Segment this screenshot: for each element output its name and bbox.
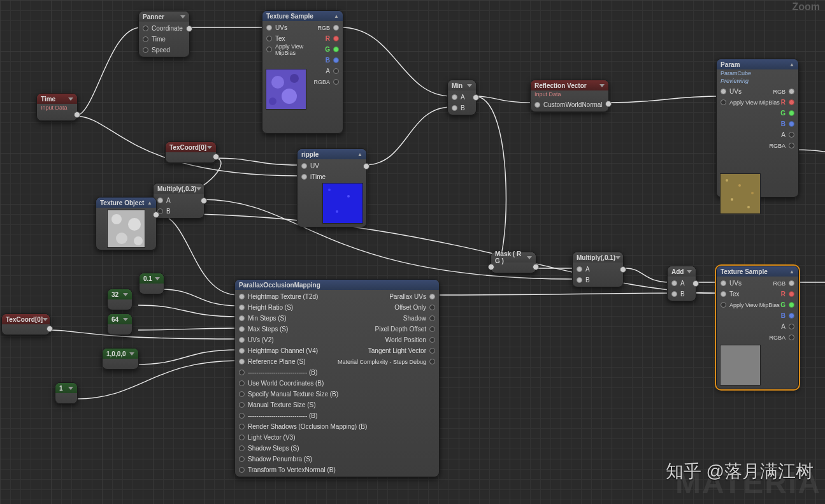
texsample2-title: Texture Sample: [721, 268, 768, 275]
pin-tex[interactable]: Tex: [275, 35, 285, 42]
pin-min-a[interactable]: A: [461, 94, 465, 101]
pom-i3[interactable]: Min Steps (S): [248, 315, 287, 322]
node-ripple[interactable]: ripple▲ UV iTime: [297, 148, 367, 227]
pom-i16[interactable]: Shadow Penumbra (S): [248, 456, 312, 463]
pin-b[interactable]: B: [326, 57, 330, 64]
pom-o7[interactable]: Material Complexity - Steps Debug: [338, 359, 426, 365]
pin-ts2-r[interactable]: R: [781, 291, 786, 298]
pin-coordinate[interactable]: Coordinate: [152, 25, 183, 32]
pin-min-b[interactable]: B: [461, 104, 465, 112]
pin-ts2-rgba[interactable]: RGBA: [769, 335, 786, 341]
node-const-32[interactable]: 32: [107, 289, 133, 310]
pom-i6[interactable]: Heightmap Channel (V4): [248, 347, 318, 354]
pin-g[interactable]: G: [325, 46, 330, 53]
node-texture-object[interactable]: Texture Object▲: [96, 197, 157, 250]
pin-ts2-g[interactable]: G: [780, 301, 786, 308]
node-time[interactable]: Time Input Data: [36, 93, 78, 121]
pom-i17[interactable]: Transform To VertexNormal (B): [248, 466, 336, 473]
svg-point-9: [134, 236, 143, 245]
pin-param-a[interactable]: A: [781, 131, 786, 138]
node-const-01[interactable]: 0.1: [139, 273, 164, 294]
pin-add-a[interactable]: A: [680, 280, 685, 287]
node-texcoord-1[interactable]: TexCoord[0]: [165, 141, 217, 163]
pin-ripple-itime[interactable]: iTime: [310, 173, 326, 180]
node-texture-sample-2[interactable]: Texture Sample▲ UVsRGB TexR Apply View M…: [716, 266, 799, 389]
node-multiply-01[interactable]: Multiply(,0.1) A B: [572, 252, 624, 287]
node-const-64[interactable]: 64: [107, 313, 133, 335]
pin-ts2-a[interactable]: A: [781, 323, 786, 330]
pom-i5[interactable]: UVs (V2): [248, 336, 274, 343]
svg-point-1: [271, 76, 284, 89]
pin-rgba[interactable]: RGBA: [313, 79, 330, 85]
pom-i14[interactable]: Light Vector (V3): [248, 434, 295, 441]
pin-uvs[interactable]: UVs: [275, 24, 287, 31]
pin-rgb[interactable]: RGB: [317, 25, 330, 31]
time-title: Time: [41, 96, 55, 103]
pom-i15[interactable]: Shadow Steps (S): [248, 445, 299, 452]
svg-point-17: [738, 184, 741, 187]
pom-i13[interactable]: Render Shadows (Occlusion Mapping) (B): [248, 423, 367, 430]
node-texture-sample-1[interactable]: Texture Sample▲ UVsRGB TexR Apply View M…: [262, 10, 343, 134]
pom-i2[interactable]: Height Ratio (S): [248, 304, 293, 311]
pom-o5[interactable]: World Position: [385, 336, 426, 343]
ripple-title: ripple: [301, 151, 319, 158]
pin-param-mip[interactable]: Apply View MipBias: [729, 99, 780, 106]
pom-i1[interactable]: Heightmap Texture (T2d): [248, 293, 318, 300]
node-multiply-03[interactable]: Multiply(,0.3) A B: [153, 183, 204, 219]
pin-mult03-a[interactable]: A: [166, 197, 171, 204]
pom-i4[interactable]: Max Steps (S): [248, 326, 288, 333]
pin-param-b[interactable]: B: [781, 120, 786, 127]
texture-preview-gray: [107, 210, 145, 248]
pin-param-uvs[interactable]: UVs: [729, 88, 742, 95]
pom-o6[interactable]: Tangent Light Vector: [368, 347, 426, 354]
pin-param-rgb[interactable]: RGB: [773, 89, 786, 95]
pin-param-rgba[interactable]: RGBA: [769, 143, 786, 149]
pom-o1[interactable]: Parallax UVs: [389, 293, 426, 300]
pom-o2[interactable]: Offset Only: [394, 304, 426, 311]
svg-point-16: [726, 179, 728, 182]
pin-mult03-b[interactable]: B: [166, 208, 171, 215]
texsample1-title: Texture Sample: [266, 13, 313, 20]
pom-i7[interactable]: Reference Plane (S): [248, 358, 306, 365]
pin-param-r[interactable]: R: [781, 99, 786, 106]
pin-time[interactable]: Time: [152, 36, 166, 43]
pin-r[interactable]: R: [326, 35, 330, 42]
pin-speed[interactable]: Speed: [152, 47, 170, 54]
pin-ts2-mip[interactable]: Apply View MipBias: [729, 302, 780, 308]
pin-ts2-rgb[interactable]: RGB: [773, 280, 786, 287]
pin-ripple-uv[interactable]: UV: [310, 162, 319, 169]
pin-mult01-a[interactable]: A: [585, 266, 590, 273]
pin-mult01-b[interactable]: B: [585, 277, 590, 284]
pom-o4[interactable]: Pixel Depth Offset: [375, 326, 426, 333]
node-add[interactable]: Add A B: [667, 266, 696, 301]
param-sub2: Previewing: [717, 77, 798, 85]
pom-i12[interactable]: ---------------------------- (B): [248, 412, 317, 419]
node-texcoord-2[interactable]: TexCoord[0]: [1, 313, 50, 335]
node-reflection-vector[interactable]: Reflection Vector Input Data CustomWorld…: [530, 80, 609, 112]
pin-ts2-tex[interactable]: Tex: [729, 291, 740, 298]
mult03-title: Multiply(,0.3): [157, 185, 196, 192]
pom-i10[interactable]: Specify Manual Texture Size (B): [248, 391, 338, 398]
svg-rect-21: [721, 345, 761, 385]
pom-i9[interactable]: Use World Coordinates (B): [248, 380, 324, 387]
node-panner[interactable]: Panner Coordinate Time Speed: [138, 11, 190, 57]
svg-point-14: [336, 210, 338, 213]
pin-ts2-uvs[interactable]: UVs: [729, 280, 742, 287]
node-const-v4[interactable]: 1,0,0,0: [102, 348, 139, 370]
node-min[interactable]: Min A B: [447, 80, 477, 115]
node-mask[interactable]: Mask ( R G ): [491, 252, 536, 273]
pom-i8[interactable]: ---------------------------- (B): [248, 369, 317, 376]
texture-preview-gold: [720, 173, 761, 214]
node-pom[interactable]: ParallaxOcclusionMapping Heightmap Textu…: [234, 279, 440, 477]
node-const-1[interactable]: 1: [55, 382, 78, 404]
pin-mipbias[interactable]: Apply View MipBias: [275, 43, 325, 56]
pin-add-b[interactable]: B: [680, 291, 685, 298]
node-param[interactable]: Param▲ ParamCube Previewing UVsRGB Apply…: [716, 59, 799, 198]
pin-param-g[interactable]: G: [780, 110, 786, 117]
svg-point-7: [128, 218, 141, 231]
pom-o3[interactable]: Shadow: [403, 315, 426, 322]
pin-customnormal[interactable]: CustomWorldNormal: [543, 101, 603, 108]
pom-i11[interactable]: Manual Texture Size (S): [248, 401, 316, 408]
pin-ts2-b[interactable]: B: [781, 312, 786, 319]
pin-a[interactable]: A: [326, 68, 330, 75]
